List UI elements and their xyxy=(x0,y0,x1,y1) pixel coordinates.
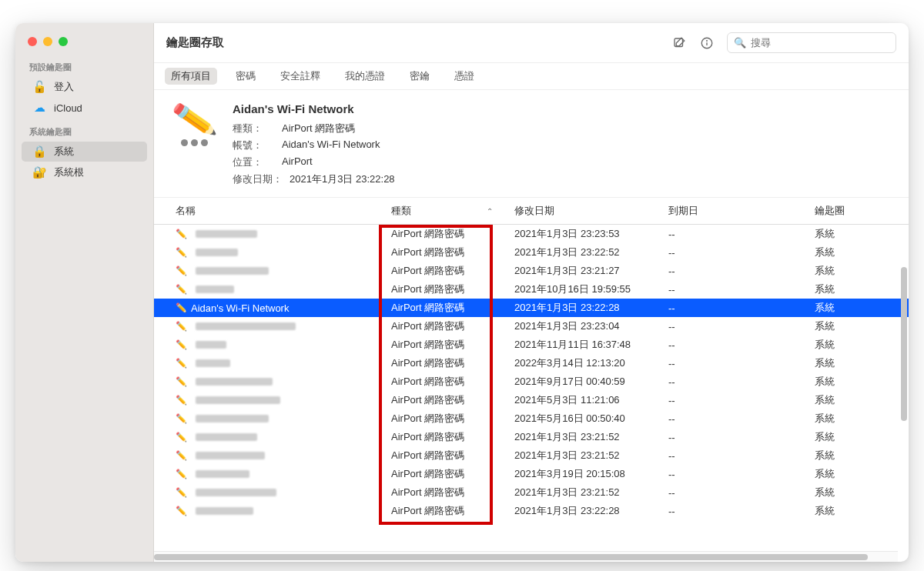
row-modified: 2021年1月3日 23:23:53 xyxy=(507,225,661,243)
table-row[interactable]: ✏️AirPort 網路密碼2021年10月16日 19:59:55--系統 xyxy=(154,280,909,299)
sidebar-item-login[interactable]: 🔓 登入 xyxy=(22,77,147,97)
row-keychain: 系統 xyxy=(807,243,909,262)
sidebar-item-label: 系統 xyxy=(54,145,74,159)
row-expires: -- xyxy=(661,392,807,409)
certificate-icon: 🔐 xyxy=(32,165,46,179)
row-kind: AirPort 網路密碼 xyxy=(383,483,507,502)
row-name-redacted xyxy=(196,230,257,238)
table-row[interactable]: ✏️ Aidan's Wi-Fi NetworkAirPort 網路密碼2021… xyxy=(154,299,909,317)
tab-all-items[interactable]: 所有項目 xyxy=(165,68,217,85)
detail-icon: ✏️ xyxy=(171,102,217,189)
row-expires: -- xyxy=(661,411,807,427)
column-expires[interactable]: 到期日 xyxy=(661,202,807,220)
info-button[interactable] xyxy=(696,32,718,54)
row-modified: 2021年1月3日 23:21:52 xyxy=(507,428,661,446)
sidebar-item-system-roots[interactable]: 🔐 系統根 xyxy=(22,162,147,182)
horizontal-scrollbar-track xyxy=(154,551,898,562)
tab-my-certificates[interactable]: 我的憑證 xyxy=(339,68,391,85)
row-kind: AirPort 網路密碼 xyxy=(383,262,507,280)
row-name-redacted xyxy=(196,341,226,349)
search-icon: 🔍 xyxy=(734,37,746,48)
pencil-icon: ✏️ xyxy=(170,99,218,140)
row-kind: AirPort 網路密碼 xyxy=(383,391,507,409)
compose-button[interactable] xyxy=(668,32,690,54)
maximize-button[interactable] xyxy=(59,37,68,46)
column-modified[interactable]: 修改日期 xyxy=(507,202,661,220)
row-modified: 2021年1月3日 23:22:28 xyxy=(507,299,661,317)
row-keychain: 系統 xyxy=(807,372,909,391)
table-row[interactable]: ✏️AirPort 網路密碼2021年1月3日 23:21:52--系統 xyxy=(154,483,909,502)
table-row[interactable]: ✏️AirPort 網路密碼2021年5月16日 00:50:40--系統 xyxy=(154,409,909,428)
row-name-redacted xyxy=(196,378,273,386)
horizontal-scrollbar[interactable] xyxy=(154,554,868,560)
cloud-icon: ☁︎ xyxy=(32,101,46,115)
detail-account-label: 帳號： xyxy=(233,139,282,152)
table-row[interactable]: ✏️AirPort 網路密碼2021年9月17日 00:40:59--系統 xyxy=(154,372,909,391)
table-row[interactable]: ✏️AirPort 網路密碼2021年5月3日 11:21:06--系統 xyxy=(154,391,909,409)
search-field[interactable]: 🔍 xyxy=(727,32,896,53)
main-content: 鑰匙圈存取 🔍 所有項目 密碼 安全註釋 我的憑證 密鑰 憑證 xyxy=(154,23,909,562)
column-kind[interactable]: 種類 ⌃ xyxy=(383,202,507,220)
close-button[interactable] xyxy=(28,37,37,46)
row-keychain: 系統 xyxy=(807,336,909,354)
pencil-icon: ✏️ xyxy=(176,413,186,424)
table-row[interactable]: ✏️AirPort 網路密碼2021年1月3日 23:21:27--系統 xyxy=(154,262,909,280)
table-row[interactable]: ✏️AirPort 網路密碼2021年1月3日 23:21:52--系統 xyxy=(154,428,909,446)
row-name-redacted xyxy=(196,470,249,478)
table-row[interactable]: ✏️AirPort 網路密碼2021年3月19日 20:15:08--系統 xyxy=(154,465,909,483)
row-name-redacted xyxy=(196,322,296,330)
sidebar-item-system[interactable]: 🔒 系統 xyxy=(22,142,147,162)
row-modified: 2022年3月14日 12:13:20 xyxy=(507,354,661,372)
row-modified: 2021年1月3日 23:22:52 xyxy=(507,243,661,262)
column-keychain[interactable]: 鑰匙圈 xyxy=(807,202,909,220)
row-kind: AirPort 網路密碼 xyxy=(383,336,507,354)
minimize-button[interactable] xyxy=(43,37,52,46)
column-name[interactable]: 名稱 xyxy=(154,202,383,220)
unlock-icon: 🔓 xyxy=(32,80,46,94)
row-modified: 2021年9月17日 00:40:59 xyxy=(507,372,661,391)
row-name-redacted xyxy=(196,286,234,293)
tab-keys[interactable]: 密鑰 xyxy=(403,68,436,85)
row-kind: AirPort 網路密碼 xyxy=(383,225,507,243)
row-kind: AirPort 網路密碼 xyxy=(383,502,507,520)
row-name-redacted xyxy=(196,507,253,515)
search-input[interactable] xyxy=(751,37,889,48)
vertical-scrollbar[interactable] xyxy=(901,267,907,421)
row-keychain: 系統 xyxy=(807,428,909,446)
detail-where-label: 位置： xyxy=(233,155,282,169)
pencil-icon: ✏️ xyxy=(176,284,186,295)
row-modified: 2021年1月3日 23:21:52 xyxy=(507,483,661,502)
table-row[interactable]: ✏️AirPort 網路密碼2021年1月3日 23:21:52--系統 xyxy=(154,446,909,465)
tab-certificates[interactable]: 憑證 xyxy=(448,68,480,85)
row-modified: 2021年5月3日 11:21:06 xyxy=(507,391,661,409)
row-kind: AirPort 網路密碼 xyxy=(383,299,507,317)
table-row[interactable]: ✏️AirPort 網路密碼2021年1月3日 23:23:53--系統 xyxy=(154,225,909,243)
pencil-icon: ✏️ xyxy=(176,358,186,369)
row-keychain: 系統 xyxy=(807,391,909,409)
sidebar-item-icloud[interactable]: ☁︎ iCloud xyxy=(22,98,147,118)
table-row[interactable]: ✏️AirPort 網路密碼2021年1月3日 23:23:04--系統 xyxy=(154,317,909,336)
row-name-redacted xyxy=(196,452,265,459)
row-expires: -- xyxy=(661,319,807,335)
row-expires: -- xyxy=(661,356,807,372)
table-row[interactable]: ✏️AirPort 網路密碼2021年1月3日 23:22:52--系統 xyxy=(154,243,909,262)
row-keychain: 系統 xyxy=(807,502,909,520)
sidebar-header-default: 預設鑰匙圈 xyxy=(15,54,153,76)
pencil-icon: ✏️ xyxy=(176,302,186,313)
pencil-icon: ✏️ xyxy=(176,339,186,350)
table-row[interactable]: ✏️AirPort 網路密碼2021年1月3日 23:22:28--系統 xyxy=(154,502,909,520)
window-title: 鑰匙圈存取 xyxy=(166,35,224,50)
row-keychain: 系統 xyxy=(807,262,909,280)
window-controls xyxy=(15,28,153,54)
tab-secure-notes[interactable]: 安全註釋 xyxy=(274,68,326,85)
pencil-icon: ✏️ xyxy=(176,229,186,239)
row-keychain: 系統 xyxy=(807,409,909,428)
row-kind: AirPort 網路密碼 xyxy=(383,372,507,391)
table-row[interactable]: ✏️AirPort 網路密碼2022年3月14日 12:13:20--系統 xyxy=(154,354,909,372)
pencil-icon: ✏️ xyxy=(176,376,186,387)
row-keychain: 系統 xyxy=(807,280,909,299)
table-row[interactable]: ✏️AirPort 網路密碼2021年11月11日 16:37:48--系統 xyxy=(154,336,909,354)
row-modified: 2021年1月3日 23:23:04 xyxy=(507,317,661,336)
tab-passwords[interactable]: 密碼 xyxy=(229,68,262,85)
table-body[interactable]: ✏️AirPort 網路密碼2021年1月3日 23:23:53--系統✏️Ai… xyxy=(154,225,909,529)
